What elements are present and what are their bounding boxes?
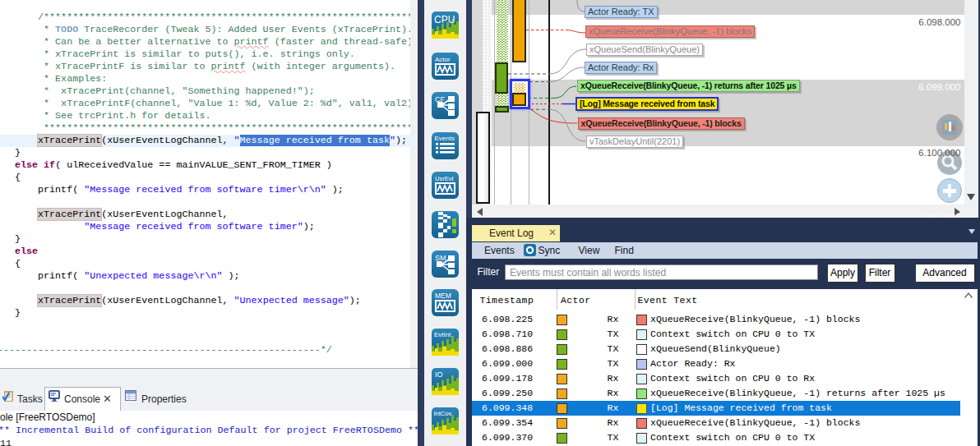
svg-text:MEM: MEM bbox=[435, 292, 451, 300]
svg-text:CPU: CPU bbox=[434, 14, 455, 25]
svg-text:UsrEvt: UsrEvt bbox=[435, 175, 454, 182]
svg-text:EvtInt: EvtInt bbox=[434, 331, 451, 338]
svg-text:IO: IO bbox=[435, 370, 443, 379]
svg-text:IntCov: IntCov bbox=[434, 410, 452, 417]
svg-text:Actor: Actor bbox=[435, 56, 451, 63]
svg-text:SM: SM bbox=[435, 254, 446, 262]
svg-text:Events: Events bbox=[435, 135, 455, 142]
